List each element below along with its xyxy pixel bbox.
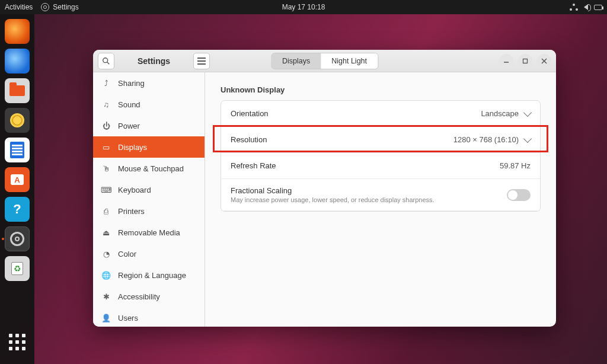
dock-app-firefox[interactable] [5, 19, 30, 44]
minimize-icon [503, 58, 509, 64]
dock-app-files[interactable] [5, 78, 30, 103]
display-settings-panel: Unknown Display Orientation Landscape Re… [205, 72, 556, 327]
sidebar-item-region[interactable]: 🌐Region & Language [93, 264, 205, 286]
orientation-value: Landscape [481, 109, 519, 118]
display-name-heading: Unknown Display [221, 85, 541, 94]
color-icon: ◔ [101, 249, 111, 258]
sidebar-item-label: Color [118, 250, 136, 258]
resolution-row[interactable]: Resolution 1280 × 768 (16:10) [221, 127, 540, 153]
search-icon [102, 57, 110, 65]
search-button[interactable] [98, 53, 114, 69]
dock-app-trash[interactable] [5, 256, 30, 281]
displays-icon: ▭ [101, 142, 111, 152]
sidebar-item-label: Keyboard [118, 186, 151, 194]
sidebar-item-label: Region & Language [118, 271, 186, 280]
show-applications-button[interactable] [5, 330, 30, 355]
battery-icon [594, 5, 602, 10]
volume-icon [584, 4, 588, 10]
sidebar-item-power[interactable]: ⏻Power [93, 115, 205, 136]
sidebar-item-label: Removable Media [118, 228, 180, 237]
mouse-icon: 🖱 [101, 164, 111, 173]
sidebar-item-accessibility[interactable]: ✱Accessibility [93, 286, 205, 307]
keyboard-icon: ⌨ [101, 185, 111, 194]
globe-icon: 🌐 [101, 270, 111, 280]
running-indicator-icon [2, 238, 4, 240]
sidebar-item-color[interactable]: ◔Color [93, 243, 205, 264]
dock-app-settings[interactable] [5, 226, 30, 251]
sound-icon: ♫ [101, 100, 111, 109]
sidebar-item-sharing[interactable]: ⤴Sharing [93, 72, 205, 94]
dock-app-rhythmbox[interactable] [5, 108, 30, 133]
topbar-app-label: Settings [53, 3, 78, 11]
sidebar-item-label: Sound [118, 100, 140, 109]
svg-rect-3 [523, 59, 528, 63]
resolution-label: Resolution [231, 135, 267, 144]
gnome-topbar: Activities Settings May 17 10:18 [0, 0, 607, 14]
topbar-app-indicator[interactable]: Settings [41, 3, 78, 11]
orientation-label: Orientation [231, 109, 269, 118]
fractional-scaling-switch[interactable] [507, 189, 531, 201]
fractional-scaling-sub: May increase power usage, lower speed, o… [231, 196, 435, 203]
sidebar-item-mouse[interactable]: 🖱Mouse & Touchpad [93, 158, 205, 179]
titlebar: Settings Displays Night Light [93, 50, 556, 72]
window-maximize-button[interactable] [518, 54, 532, 68]
display-tab-switcher: Displays Night Light [271, 53, 378, 69]
sidebar-item-users[interactable]: 👤Users [93, 307, 205, 327]
fractional-scaling-label: Fractional Scaling [231, 186, 435, 195]
display-settings-card: Orientation Landscape Resolution 1280 × … [221, 100, 541, 212]
sidebar-item-label: Users [118, 314, 138, 323]
power-icon: ⏻ [101, 121, 111, 130]
hamburger-icon [197, 60, 206, 62]
sidebar-item-label: Power [118, 122, 140, 130]
dock-app-help[interactable] [5, 197, 30, 222]
dock-app-thunderbird[interactable] [5, 49, 30, 74]
removable-icon: ⏏ [101, 228, 111, 237]
refresh-rate-value: 59.87 Hz [500, 161, 531, 170]
settings-window: Settings Displays Night Light ⤴Sharing ♫… [93, 50, 556, 327]
hamburger-menu-button[interactable] [193, 53, 210, 69]
sidebar-item-keyboard[interactable]: ⌨Keyboard [93, 179, 205, 200]
resolution-value: 1280 × 768 (16:10) [453, 135, 519, 144]
chevron-down-icon [523, 134, 532, 142]
window-minimize-button[interactable] [499, 54, 513, 68]
users-icon: 👤 [101, 313, 111, 323]
sidebar-item-label: Printers [118, 207, 145, 216]
tab-displays[interactable]: Displays [271, 53, 321, 69]
dock-app-software[interactable] [5, 167, 30, 192]
maximize-icon [522, 58, 528, 64]
dock [0, 14, 34, 364]
network-icon [570, 4, 578, 11]
svg-point-0 [103, 58, 108, 62]
accessibility-icon: ✱ [101, 292, 111, 301]
sidebar-item-printers[interactable]: ⎙Printers [93, 200, 205, 222]
window-close-button[interactable] [537, 54, 551, 68]
printer-icon: ⎙ [101, 206, 111, 216]
svg-line-1 [107, 62, 110, 64]
window-title: Settings [118, 56, 190, 66]
sidebar-item-label: Sharing [118, 79, 145, 88]
sidebar-item-removable[interactable]: ⏏Removable Media [93, 222, 205, 243]
orientation-row[interactable]: Orientation Landscape [221, 101, 540, 127]
settings-sidebar: ⤴Sharing ♫Sound ⏻Power ▭Displays 🖱Mouse … [93, 72, 205, 327]
topbar-status-area[interactable] [570, 4, 602, 11]
chevron-down-icon [523, 108, 532, 116]
sidebar-item-label: Mouse & Touchpad [118, 164, 184, 173]
refresh-rate-label: Refresh Rate [231, 161, 276, 170]
dock-app-writer[interactable] [5, 138, 30, 162]
topbar-clock[interactable]: May 17 10:18 [282, 3, 325, 11]
share-icon: ⤴ [101, 78, 111, 88]
sidebar-item-displays[interactable]: ▭Displays [93, 136, 205, 158]
sidebar-item-label: Accessibility [118, 292, 160, 301]
refresh-rate-row: Refresh Rate 59.87 Hz [221, 153, 540, 179]
activities-button[interactable]: Activities [5, 3, 33, 11]
tab-night-light[interactable]: Night Light [321, 53, 378, 69]
gear-icon [41, 3, 49, 11]
sidebar-item-sound[interactable]: ♫Sound [93, 94, 205, 115]
close-icon [541, 58, 547, 64]
fractional-scaling-row: Fractional Scaling May increase power us… [221, 179, 540, 211]
sidebar-item-label: Displays [118, 143, 147, 152]
